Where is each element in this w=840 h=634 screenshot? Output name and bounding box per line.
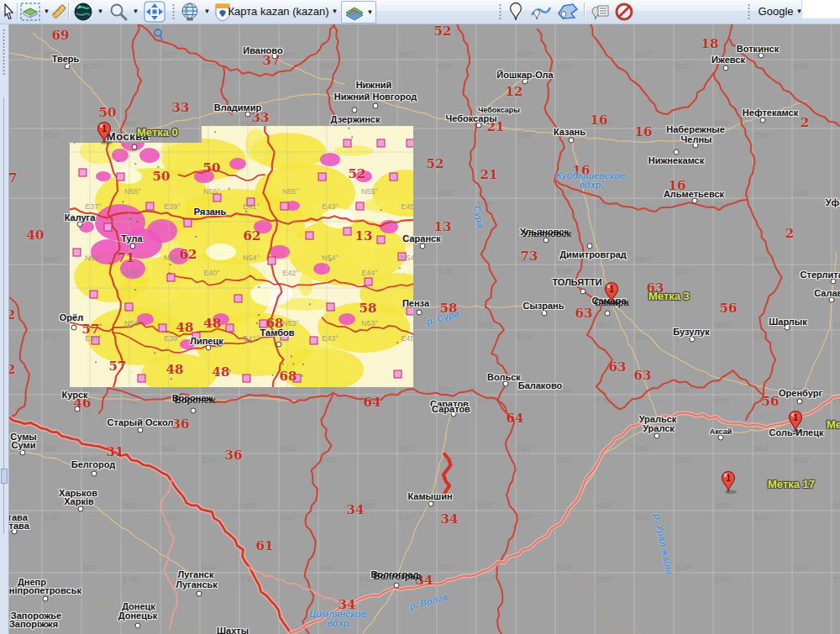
map-marker[interactable]: 1 [719, 470, 738, 494]
placemark-label: Метка 17 [768, 478, 815, 490]
base-layer-label: Google [759, 5, 794, 18]
svg-text:1: 1 [726, 474, 731, 483]
map-source-label: Карта kazan (kazan) [228, 5, 329, 18]
globe-dropdown-arrow[interactable]: ▼ [95, 1, 103, 22]
hide-marks-icon[interactable] [614, 1, 634, 22]
placemarks-layer: 1Метка 01Метка 31Метка1Метка 17 [8, 24, 840, 634]
pan-fullscreen-icon[interactable] [142, 1, 166, 22]
splitter-handle[interactable] [1, 469, 8, 484]
selection-dropdown-arrow[interactable]: ▼ [41, 1, 50, 22]
cursor-icon[interactable] [2, 1, 16, 22]
google-dropdown[interactable]: Google ▼ [756, 1, 805, 22]
svg-text:1: 1 [102, 124, 107, 134]
app-window: ▼ ▼ ▼ ▼ Карта kazan (kazan) ▼ ▼ [0, 0, 840, 634]
placemark-label: Метка [827, 418, 840, 431]
toolbar-blank-field[interactable] [801, 0, 840, 18]
globe2-dropdown-arrow[interactable]: ▼ [202, 1, 210, 22]
splitter-grip[interactable] [3, 29, 5, 76]
map-marker[interactable]: 1 [602, 281, 621, 305]
svg-text:1: 1 [609, 285, 614, 294]
map-marker[interactable]: 1 [95, 121, 113, 144]
selection-layer-icon[interactable] [19, 1, 42, 22]
polygon-icon[interactable] [555, 1, 580, 22]
ruler-icon[interactable] [50, 1, 67, 22]
map-marker[interactable]: 1 [786, 410, 805, 433]
zoom-search-icon[interactable] [107, 1, 129, 22]
globe-icon[interactable] [178, 1, 201, 22]
map-source-dropdown[interactable]: Карта kazan (kazan) ▼ [235, 1, 331, 22]
dark-globe-icon[interactable] [71, 1, 94, 22]
placemark-label: Метка 3 [648, 290, 690, 302]
layers-icon[interactable]: ▼ [341, 1, 376, 24]
path-icon[interactable] [529, 1, 553, 22]
map-canvas[interactable]: N57°E37°N57°E40°N57°E43°N57°E46°N57°E49°… [8, 24, 840, 634]
svg-text:1: 1 [793, 413, 798, 422]
placemark-list-icon[interactable] [590, 1, 610, 22]
placemark-label: Метка 0 [137, 126, 178, 139]
main-toolbar: ▼ ▼ ▼ ▼ Карта kazan (kazan) ▼ ▼ [0, 0, 840, 24]
zoom-dropdown-arrow[interactable]: ▼ [130, 1, 139, 22]
left-panel-splitter[interactable] [0, 24, 9, 634]
placemark-icon[interactable] [506, 1, 525, 22]
